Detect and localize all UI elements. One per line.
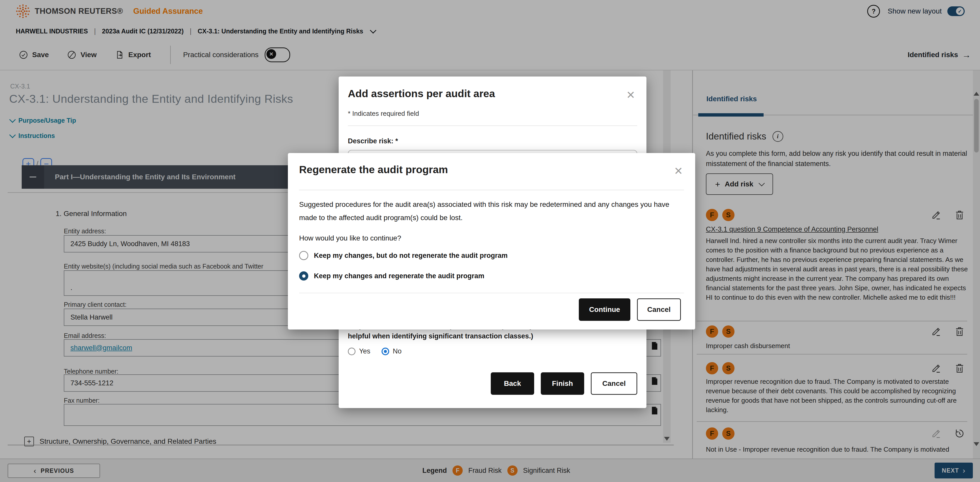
cancel-button[interactable]: Cancel <box>591 373 637 395</box>
describe-risk-label: Describe risk: * <box>348 137 398 145</box>
modal-body-text: Suggested procedures for the audit area(… <box>299 198 677 224</box>
radio-checked-icon[interactable] <box>299 271 308 281</box>
required-field-note: * Indicates required field <box>348 109 419 117</box>
radio-unchecked-icon[interactable] <box>348 347 355 355</box>
guided-assurance-app: THOMSON REUTERS® Guided Assurance ? Show… <box>0 0 980 482</box>
modal-title: Add assertions per audit area <box>348 88 495 100</box>
finish-button[interactable]: Finish <box>541 373 584 395</box>
no-label: No <box>393 347 402 355</box>
option-label: Keep my changes, but do not regenerate t… <box>314 252 508 260</box>
close-icon[interactable]: ✕ <box>626 90 635 100</box>
back-button[interactable]: Back <box>491 373 534 395</box>
radio-option-no[interactable]: No <box>382 347 402 355</box>
cancel-button[interactable]: Cancel <box>637 298 681 321</box>
yes-no-radio-group: Yes No <box>348 347 402 355</box>
modal-divider <box>348 125 637 126</box>
modal-footer-buttons: Back Finish Cancel <box>491 373 637 395</box>
modal-divider <box>299 293 684 293</box>
modal-divider <box>299 190 684 190</box>
radio-option-keep-no-regenerate[interactable]: Keep my changes, but do not regenerate t… <box>299 251 508 260</box>
regenerate-audit-program-modal: Regenerate the audit program ✕ Suggested… <box>288 153 695 330</box>
modal-title: Regenerate the audit program <box>299 164 448 176</box>
continue-button[interactable]: Continue <box>579 298 630 321</box>
modal-footer-buttons: Continue Cancel <box>579 298 681 321</box>
yes-label: Yes <box>359 347 370 355</box>
radio-checked-icon[interactable] <box>382 347 389 355</box>
close-icon[interactable]: ✕ <box>674 166 683 176</box>
radio-unchecked-icon[interactable] <box>299 251 308 260</box>
question-line: helpful when identifying significant tra… <box>348 331 624 341</box>
radio-option-keep-and-regenerate[interactable]: Keep my changes and regenerate the audit… <box>299 271 484 281</box>
radio-option-yes[interactable]: Yes <box>348 347 370 355</box>
option-label: Keep my changes and regenerate the audit… <box>314 272 484 280</box>
continue-question: How would you like to continue? <box>299 234 401 242</box>
